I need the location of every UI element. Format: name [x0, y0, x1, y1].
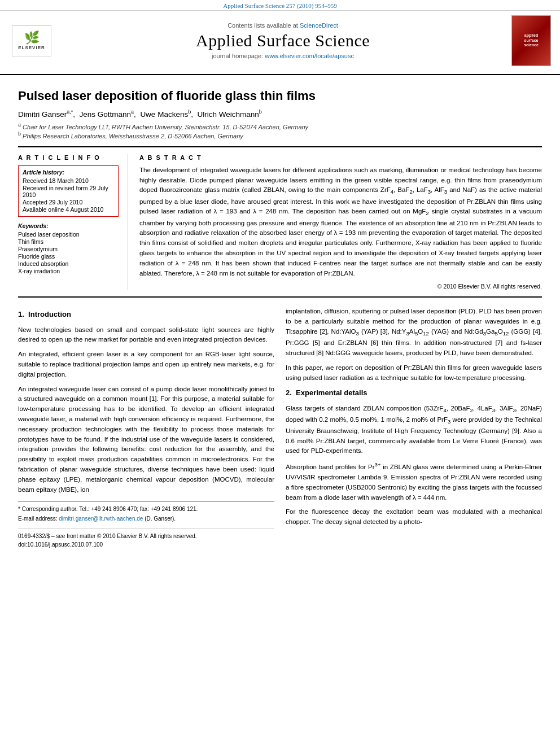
doi-text: doi:10.1016/j.apsusc.2010.07.100: [18, 541, 103, 548]
keyword-3: Praseodymium: [18, 246, 119, 252]
corresponding-author-note: * Corresponding author. Tel.: +49 241 89…: [18, 505, 274, 514]
affiliations: a Chair for Laser Technology LLT, RWTH A…: [18, 122, 542, 139]
logo-box: 🌿 ELSEVIER: [12, 25, 51, 56]
intro-para-2: An integrated, efficient green laser is …: [18, 350, 274, 379]
contents-label: Contents lists available at: [228, 22, 298, 29]
article-history-box: Article history: Received 18 March 2010 …: [18, 165, 119, 217]
section-1-number: 1.: [18, 310, 24, 318]
journal-title-center: Contents lists available at ScienceDirec…: [61, 22, 505, 59]
article-info-title: A R T I C L E I N F O: [18, 154, 119, 161]
author-1: Dimitri Ganser: [18, 110, 67, 119]
contents-available-line: Contents lists available at ScienceDirec…: [61, 22, 505, 29]
affiliation-2: b Philips Research Laboratories, Weissha…: [18, 131, 542, 139]
keyword-5: Induced absorption: [18, 260, 119, 267]
elsevier-text: ELSEVIER: [18, 45, 45, 50]
abstract-section: A B S T R A C T The development of integ…: [139, 154, 542, 290]
intro-para-1: New technologies based on small and comp…: [18, 325, 274, 346]
email-note: E-mail address: dimitri.ganser@llt.rwth-…: [18, 514, 274, 523]
journal-header: Applied Surface Science 257 (2010) 954–9…: [0, 0, 560, 75]
elsevier-tree-icon: 🌿: [24, 32, 40, 44]
author-3-sup: b: [188, 109, 191, 115]
footer-issn: 0169-4332/$ – see front matter © 2010 El…: [18, 532, 197, 541]
journal-cover-image: appliedsurfacescience: [511, 15, 551, 66]
keywords-title: Keywords:: [18, 222, 119, 229]
page-wrapper: Applied Surface Science 257 (2010) 954–9…: [0, 0, 560, 747]
author-4-sup: b: [259, 109, 262, 115]
section-2-number: 2.: [286, 388, 292, 397]
section-1-title: Introduction: [28, 310, 71, 318]
affiliation-1: a Chair for Laser Technology LLT, RWTH A…: [18, 122, 542, 130]
affil-2-sup: b: [18, 131, 21, 137]
homepage-label: journal homepage:: [212, 53, 263, 59]
author-4: Ulrich Weichmann: [197, 110, 259, 119]
keyword-6: X-ray irradiation: [18, 268, 119, 274]
intro-para-3: An integrated waveguide laser can consis…: [18, 385, 274, 495]
author-2-sup: a: [131, 109, 134, 115]
article-body: Pulsed laser deposition of fluoride glas…: [0, 75, 560, 747]
received-date: Received 18 March 2010: [23, 177, 114, 184]
copyright-line: © 2010 Elsevier B.V. All rights reserved…: [139, 283, 542, 290]
homepage-url[interactable]: www.elsevier.com/locate/apsusc: [265, 53, 354, 59]
affil-2-text: Philips Research Laboratories, Weisshaus…: [23, 133, 243, 139]
section-2-heading: 2. Experimental details: [286, 387, 542, 399]
right-para-1: implantation, diffusion, sputtering or p…: [286, 307, 542, 358]
doi-line: doi:10.1016/j.apsusc.2010.07.100: [18, 540, 274, 549]
email-link[interactable]: dimitri.ganser@llt.rwth-aachen.de: [59, 516, 143, 522]
header-body: 🌿 ELSEVIER Contents lists available at S…: [0, 11, 560, 71]
footnote-section: * Corresponding author. Tel.: +49 241 89…: [18, 501, 274, 523]
sciencedirect-link[interactable]: ScienceDirect: [300, 22, 338, 29]
abstract-text: The development of integrated waveguide …: [139, 165, 542, 279]
article-info-abstract-section: A R T I C L E I N F O Article history: R…: [18, 146, 542, 298]
revised-date: Received in revised form 29 July 2010: [23, 185, 114, 198]
abstract-title: A B S T R A C T: [139, 154, 542, 161]
top-bar: Applied Surface Science 257 (2010) 954–9…: [0, 0, 560, 11]
affil-1-text: Chair for Laser Technology LLT, RWTH Aac…: [23, 123, 308, 130]
history-title: Article history:: [23, 169, 114, 176]
exp-para-2: Absorption band profiles for Pr3+ in ZBL…: [286, 461, 542, 503]
email-label: E-mail address:: [18, 516, 57, 522]
journal-name: Applied Surface Science: [61, 31, 505, 50]
article-title: Pulsed laser deposition of fluoride glas…: [18, 89, 542, 103]
author-1-sup: a,*: [67, 109, 73, 115]
elsevier-logo: 🌿 ELSEVIER: [9, 25, 54, 56]
section-1-heading: 1. Introduction: [18, 309, 274, 320]
right-column: implantation, diffusion, sputtering or p…: [286, 307, 542, 549]
section-2-title: Experimental details: [296, 388, 367, 397]
affil-1-sup: a: [18, 122, 21, 128]
email-name: (D. Ganser).: [145, 516, 176, 522]
homepage-line: journal homepage: www.elsevier.com/locat…: [61, 53, 505, 59]
article-info-panel: A R T I C L E I N F O Article history: R…: [18, 154, 128, 290]
exp-para-1: Glass targets of standard ZBLAN composit…: [286, 404, 542, 457]
keyword-2: Thin films: [18, 238, 119, 245]
keyword-4: Fluoride glass: [18, 253, 119, 260]
accepted-date: Accepted 29 July 2010: [23, 199, 114, 206]
available-date: Available online 4 August 2010: [23, 206, 114, 213]
journal-volume-info: Applied Surface Science 257 (2010) 954–9…: [223, 2, 336, 9]
author-3: Uwe Mackens: [140, 110, 188, 119]
exp-para-3: For the fluorescence decay the excitatio…: [286, 507, 542, 527]
main-content-columns: 1. Introduction New technologies based o…: [18, 307, 542, 549]
keyword-1: Pulsed laser deposition: [18, 231, 119, 238]
left-column: 1. Introduction New technologies based o…: [18, 307, 274, 549]
authors-line: Dimitri Gansera,*, Jens Gottmanna, Uwe M…: [18, 109, 542, 119]
cover-title-text: appliedsurfacescience: [524, 33, 539, 47]
author-2: Jens Gottmann: [80, 110, 132, 119]
right-para-2: In this paper, we report on deposition o…: [286, 363, 542, 383]
page-footer: 0169-4332/$ – see front matter © 2010 El…: [18, 528, 274, 541]
